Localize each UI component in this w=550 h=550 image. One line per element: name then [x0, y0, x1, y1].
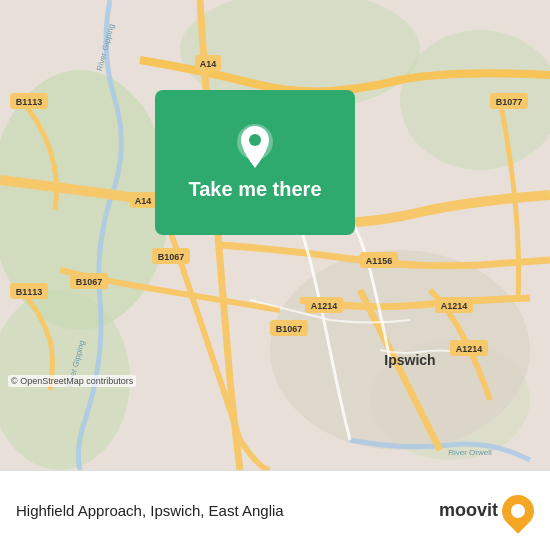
svg-point-6 — [270, 250, 530, 450]
copyright-text: © OpenStreetMap contributors — [8, 375, 136, 387]
map-container: A14 A14 A1 A1156 A1214 A1214 A1214 B1113… — [0, 0, 550, 470]
svg-point-38 — [249, 134, 261, 146]
action-card[interactable]: Take me there — [155, 90, 355, 235]
svg-text:B1113: B1113 — [16, 287, 43, 297]
svg-text:B1077: B1077 — [496, 97, 523, 107]
svg-text:Ipswich: Ipswich — [384, 352, 435, 368]
svg-text:A1214: A1214 — [311, 301, 338, 311]
location-name: Highfield Approach, Ipswich, East Anglia — [16, 502, 284, 519]
moovit-logo: moovit — [439, 495, 534, 527]
svg-text:A1156: A1156 — [366, 256, 393, 266]
svg-text:A1214: A1214 — [441, 301, 468, 311]
svg-text:River Orwell: River Orwell — [448, 448, 492, 457]
svg-text:B1067: B1067 — [158, 252, 185, 262]
location-pin-icon — [237, 124, 273, 170]
moovit-icon — [495, 488, 540, 533]
location-info: Highfield Approach, Ipswich, East Anglia — [16, 502, 284, 519]
svg-text:B1067: B1067 — [76, 277, 103, 287]
take-me-there-button[interactable]: Take me there — [188, 178, 321, 201]
svg-text:A1214: A1214 — [456, 344, 483, 354]
app-name: moovit — [439, 500, 498, 521]
svg-text:A14: A14 — [135, 196, 152, 206]
info-bar: Highfield Approach, Ipswich, East Anglia… — [0, 470, 550, 550]
svg-text:A14: A14 — [200, 59, 217, 69]
svg-text:B1067: B1067 — [276, 324, 303, 334]
svg-text:B1113: B1113 — [16, 97, 43, 107]
